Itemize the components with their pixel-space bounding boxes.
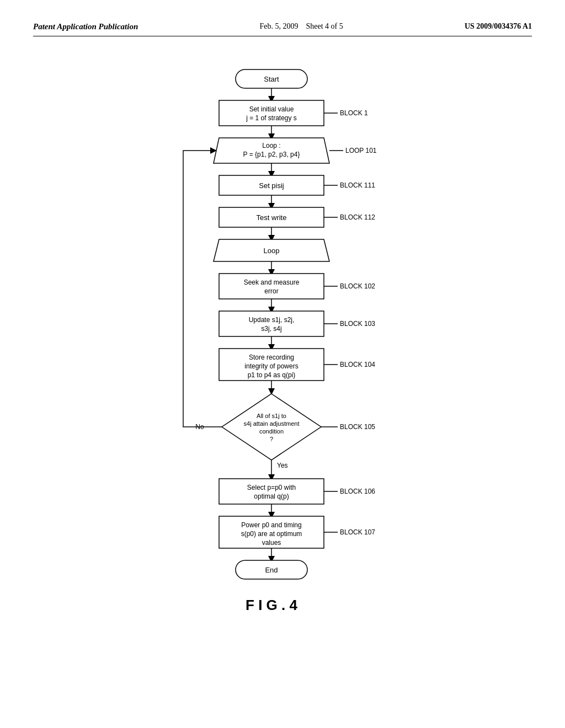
svg-text:Test write: Test write <box>257 213 287 222</box>
svg-rect-3 <box>219 100 324 126</box>
svg-text:values: values <box>262 539 281 547</box>
svg-text:BLOCK 103: BLOCK 103 <box>340 320 375 328</box>
flowchart-svg: Start Set initial value j = 1 of strateg… <box>117 58 448 704</box>
svg-rect-57 <box>219 479 324 504</box>
svg-text:Store recording: Store recording <box>249 354 294 361</box>
publication-title: Patent Application Publication <box>33 22 138 31</box>
svg-text:Power p0 and timing: Power p0 and timing <box>241 521 301 529</box>
svg-text:optimal q(p): optimal q(p) <box>254 493 289 500</box>
sheet-number: Sheet 4 of 5 <box>306 22 343 30</box>
svg-text:BLOCK 1: BLOCK 1 <box>340 109 368 117</box>
svg-text:End: End <box>265 566 278 574</box>
page: Patent Application Publication Feb. 5, 2… <box>0 0 565 728</box>
svg-text:integrity of powers: integrity of powers <box>244 362 298 370</box>
svg-text:All of s1j to: All of s1j to <box>257 413 286 419</box>
svg-text:Seek and measure: Seek and measure <box>244 279 300 286</box>
svg-text:?: ? <box>270 436 273 442</box>
svg-text:P = {p1, p2, p3, p4}: P = {p1, p2, p3, p4} <box>243 151 300 158</box>
svg-text:error: error <box>264 287 278 295</box>
svg-text:Loop: Loop <box>264 247 280 255</box>
svg-text:condition: condition <box>259 428 284 435</box>
svg-rect-28 <box>219 274 324 299</box>
svg-text:BLOCK 112: BLOCK 112 <box>340 213 375 221</box>
svg-text:BLOCK 105: BLOCK 105 <box>340 423 375 431</box>
svg-text:Set  pisij: Set pisij <box>259 181 284 190</box>
svg-text:Loop :: Loop : <box>262 142 280 149</box>
flowchart-container: Start Set initial value j = 1 of strateg… <box>117 58 448 706</box>
svg-text:F I G . 4: F I G . 4 <box>246 597 297 613</box>
patent-number: US 2009/0034376 A1 <box>465 22 532 31</box>
svg-text:Start: Start <box>264 75 279 83</box>
svg-text:s3j, s4j: s3j, s4j <box>261 325 281 333</box>
publication-date: Feb. 5, 2009 <box>259 22 298 30</box>
svg-text:Select p=p0 with: Select p=p0 with <box>247 484 296 491</box>
svg-text:BLOCK 111: BLOCK 111 <box>340 181 375 189</box>
svg-text:p1 to p4 as q(pi): p1 to p4 as q(pi) <box>248 371 296 379</box>
svg-text:BLOCK 107: BLOCK 107 <box>340 528 375 536</box>
svg-text:Yes: Yes <box>277 462 288 469</box>
svg-text:Update s1j, s2j,: Update s1j, s2j, <box>249 316 295 324</box>
svg-text:s4j attain adjustment: s4j attain adjustment <box>244 420 300 427</box>
svg-text:Set  initial  value: Set initial value <box>249 105 294 113</box>
page-header: Patent Application Publication Feb. 5, 2… <box>33 22 532 36</box>
svg-text:BLOCK 104: BLOCK 104 <box>340 361 375 368</box>
header-center: Feb. 5, 2009 Sheet 4 of 5 <box>259 22 343 31</box>
svg-rect-34 <box>219 311 324 336</box>
svg-text:s(p0) are at optimum: s(p0) are at optimum <box>241 530 302 538</box>
svg-text:BLOCK 102: BLOCK 102 <box>340 282 375 290</box>
svg-text:LOOP 101: LOOP 101 <box>345 147 377 154</box>
svg-marker-47 <box>222 394 321 460</box>
svg-text:BLOCK 106: BLOCK 106 <box>340 488 375 495</box>
svg-text:j = 1  of strategy  s: j = 1 of strategy s <box>246 114 297 122</box>
